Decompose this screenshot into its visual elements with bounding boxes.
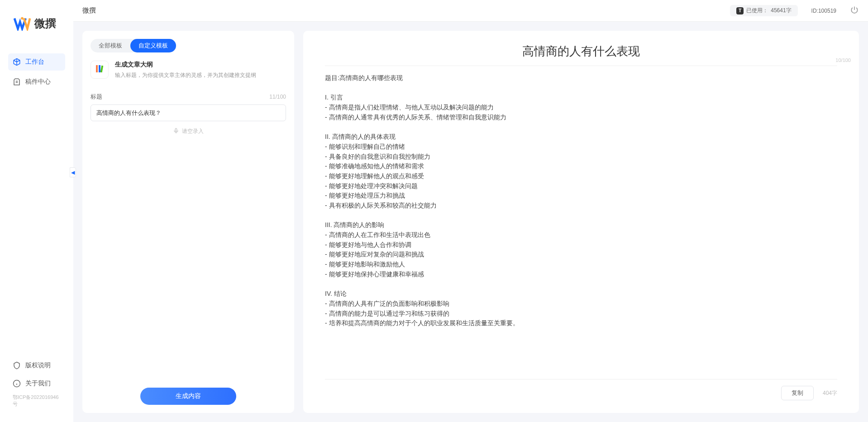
usage-badge[interactable]: T 已使用： 45641字 xyxy=(730,5,797,16)
power-button[interactable] xyxy=(850,5,859,16)
word-count: 404字 xyxy=(823,389,837,397)
generate-wrap: 生成内容 xyxy=(91,381,286,405)
page-title: 微撰 xyxy=(82,6,96,15)
template-name: 生成文章大纲 xyxy=(115,61,286,69)
document-icon xyxy=(13,78,21,86)
main-area: 全部模板 自定义模板 生成文章大纲 输入标题，为你提供文章主体的灵感，并为其创建… xyxy=(73,22,868,422)
svg-rect-4 xyxy=(100,65,104,72)
cube-icon xyxy=(13,58,21,66)
output-body[interactable]: 题目:高情商的人有哪些表现 I. 引言 - 高情商是指人们处理情绪、与他人互动以… xyxy=(325,73,837,373)
usage-value: 45641字 xyxy=(771,7,791,14)
nav-label: 工作台 xyxy=(25,58,44,66)
mic-icon xyxy=(173,128,179,135)
nav-menu: 工作台 稿件中心 xyxy=(0,53,73,90)
template-info: 生成文章大纲 输入标题，为你提供文章主体的灵感，并为其创建推文提纲 xyxy=(115,61,286,79)
output-footer: 复制 404字 xyxy=(325,379,837,400)
svg-rect-2 xyxy=(96,65,98,72)
footer-label: 关于我们 xyxy=(25,379,51,388)
svg-rect-3 xyxy=(99,65,100,72)
voice-hint[interactable]: 请空录入 xyxy=(91,128,286,135)
books-icon xyxy=(94,63,105,76)
sidebar-item-about[interactable]: 关于我们 xyxy=(8,376,65,391)
top-right: T 已使用： 45641字 ID:100519 xyxy=(730,5,859,16)
sidebar-item-copyright[interactable]: 版权说明 xyxy=(8,358,65,373)
output-header: 高情商的人有什么表现 10/100 xyxy=(325,43,837,66)
sidebar: 微撰 工作台 稿件中心 xyxy=(0,0,73,422)
icp-text: 鄂ICP备2022016946号 xyxy=(8,394,65,408)
brand-logo-text: 微撰 xyxy=(34,16,56,31)
output-title: 高情商的人有什么表现 xyxy=(325,43,837,59)
text-icon: T xyxy=(736,7,744,14)
tab-all-templates[interactable]: 全部模板 xyxy=(91,39,130,52)
template-card: 生成文章大纲 输入标题，为你提供文章主体的灵感，并为其创建推文提纲 xyxy=(91,61,286,79)
shield-icon xyxy=(13,361,21,370)
generate-button[interactable]: 生成内容 xyxy=(140,388,236,405)
brand-logo-icon xyxy=(14,16,31,31)
template-tabs: 全部模板 自定义模板 xyxy=(91,39,176,52)
brand-logo[interactable]: 微撰 xyxy=(0,16,73,31)
nav-label: 稿件中心 xyxy=(25,78,51,86)
template-desc: 输入标题，为你提供文章主体的灵感，并为其创建推文提纲 xyxy=(115,71,286,79)
output-title-counter: 10/100 xyxy=(835,57,851,63)
top-bar: 微撰 T 已使用： 45641字 ID:100519 xyxy=(73,0,868,22)
voice-hint-text: 请空录入 xyxy=(182,128,204,135)
field-header: 标题 11/100 xyxy=(91,93,286,101)
tab-custom-templates[interactable]: 自定义模板 xyxy=(130,39,176,52)
sidebar-item-workbench[interactable]: 工作台 xyxy=(8,53,65,71)
title-label: 标题 xyxy=(91,93,102,101)
copy-button[interactable]: 复制 xyxy=(781,386,814,400)
title-char-count: 11/100 xyxy=(269,94,286,100)
info-icon xyxy=(13,379,21,388)
svg-rect-5 xyxy=(175,128,177,132)
template-icon xyxy=(91,61,109,79)
sidebar-footer: 版权说明 关于我们 鄂ICP备2022016946号 xyxy=(0,358,73,408)
output-panel: 高情商的人有什么表现 10/100 题目:高情商的人有哪些表现 I. 引言 - … xyxy=(303,31,859,413)
user-id: ID:100519 xyxy=(811,8,836,14)
title-input[interactable] xyxy=(91,104,286,121)
input-panel: 全部模板 自定义模板 生成文章大纲 输入标题，为你提供文章主体的灵感，并为其创建… xyxy=(82,31,294,413)
sidebar-item-drafts[interactable]: 稿件中心 xyxy=(8,73,65,90)
svg-point-0 xyxy=(21,17,24,20)
footer-label: 版权说明 xyxy=(25,361,51,370)
usage-label: 已使用： xyxy=(746,7,768,14)
